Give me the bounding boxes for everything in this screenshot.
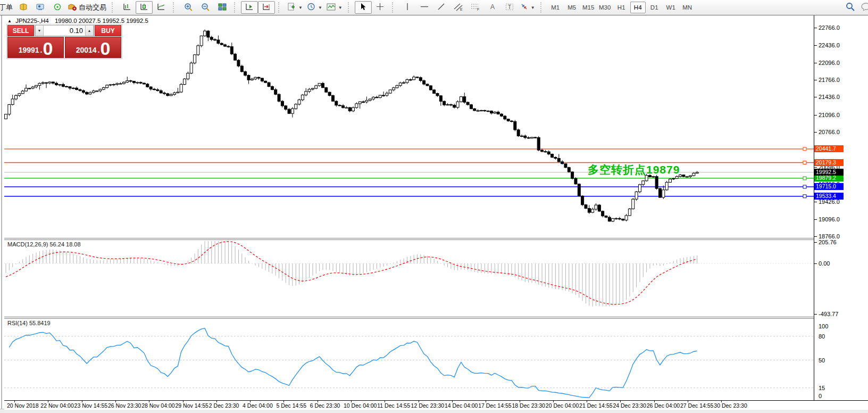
line-handle[interactable]	[803, 147, 806, 151]
sell-button[interactable]: SELL	[7, 25, 34, 36]
bull-candle	[355, 104, 358, 108]
timeframe-button-h4[interactable]: H4	[630, 2, 646, 13]
new-order-button[interactable]: 丁单	[0, 1, 15, 14]
bear-candle	[537, 137, 540, 150]
bull-candle	[126, 81, 129, 82]
bull-candle	[689, 176, 692, 177]
toolbar-separator	[278, 2, 283, 13]
community-button[interactable]	[49, 1, 66, 14]
timeframe-button-w1[interactable]: W1	[663, 2, 679, 13]
bear-candle	[82, 90, 85, 92]
bear-candle	[247, 75, 250, 80]
fibonacci-tool-button[interactable]: F	[467, 1, 484, 14]
zoom-out-button[interactable]	[197, 1, 214, 14]
periods-button[interactable]: ▼	[305, 1, 324, 14]
axis-tick	[814, 236, 817, 237]
bear-candle	[473, 109, 476, 111]
search-icon[interactable]	[846, 2, 855, 13]
bear-candle	[325, 88, 328, 92]
time-axis[interactable]: 20 Nov 201822 Nov 04:0023 Nov 14:5526 No…	[4, 400, 868, 410]
line-handle[interactable]	[803, 195, 806, 198]
chart-shift-button[interactable]	[258, 1, 275, 14]
price-axis[interactable]: 22766.022436.022096.021766.021436.021096…	[814, 15, 868, 400]
tile-windows-button[interactable]	[214, 1, 231, 14]
timeframe-button-mn[interactable]: MN	[680, 2, 695, 13]
panel-resize-sash[interactable]	[4, 317, 814, 319]
vertical-line-tool-button[interactable]	[399, 1, 416, 14]
arrows-tool-button[interactable]: ▼	[518, 1, 537, 14]
text-label-tool-button[interactable]: T	[501, 1, 518, 14]
terminal-button[interactable]	[32, 1, 49, 14]
panel-resize-sash[interactable]	[4, 238, 814, 240]
templates-button[interactable]: ▼	[324, 1, 345, 14]
bull-candle	[460, 97, 462, 102]
timeframe-button-h1[interactable]: H1	[614, 2, 629, 13]
timeframe-button-m15[interactable]: M15	[581, 2, 596, 13]
time-label: 21 Dec 14:55	[579, 402, 612, 409]
channel-letter: E	[460, 7, 463, 11]
volume-input[interactable]: 0.10	[44, 26, 85, 36]
bear-candle	[581, 196, 584, 205]
horizontal-level-line-20179.3[interactable]	[4, 161, 814, 164]
timeframe-button-m30[interactable]: M30	[597, 2, 613, 13]
symbol-period-label: JPN225-,H4	[15, 18, 49, 24]
volume-box: ▼ 0.10 ▲	[35, 25, 94, 36]
buy-price-display[interactable]: 20014.0	[65, 37, 121, 58]
auto-scroll-button[interactable]	[241, 1, 258, 14]
cursor-tool-button[interactable]	[355, 1, 372, 14]
time-label: 27 Dec 14:55	[680, 402, 713, 409]
bar-chart-mode-button[interactable]	[119, 1, 136, 14]
bull-candle	[446, 104, 449, 105]
line-handle[interactable]	[803, 177, 806, 180]
line-handle[interactable]	[803, 185, 806, 188]
indicators-button[interactable]: ▼	[285, 1, 305, 14]
bull-candle	[456, 102, 459, 108]
chat-icon[interactable]	[861, 2, 868, 13]
chart-annotation-text[interactable]: 多空转折点19879	[588, 162, 680, 177]
bull-candle	[112, 85, 115, 85]
volume-decrease-button[interactable]: ▼	[35, 26, 44, 36]
collapse-triangle-icon[interactable]: ▲	[7, 19, 12, 23]
line-handle[interactable]	[803, 161, 806, 164]
axis-tick	[814, 167, 817, 168]
axis-tick	[814, 242, 817, 243]
horizontal-level-line-19533.4[interactable]	[4, 195, 814, 198]
candlestick-mode-button[interactable]	[136, 1, 153, 14]
timeframe-button-m5[interactable]: M5	[564, 2, 580, 13]
market-watch-button[interactable]	[15, 1, 32, 14]
trendline-tool-button[interactable]	[433, 1, 450, 14]
bear-candle	[409, 80, 412, 80]
horizontal-level-line-20441.7[interactable]	[4, 147, 814, 151]
timeframe-button-d1[interactable]: D1	[647, 2, 662, 13]
time-label: 30 Dec 23:30	[714, 402, 747, 409]
crosshair-tool-button[interactable]	[372, 1, 389, 14]
bull-candle	[106, 85, 108, 88]
autotrading-button[interactable]: 自动交易	[66, 1, 108, 14]
bull-candle	[21, 91, 24, 94]
bull-candle	[389, 90, 391, 93]
bull-candle	[477, 111, 479, 111]
price-tick-label: 22436.0	[819, 42, 840, 48]
time-label: 18 Dec 23:30	[512, 402, 545, 409]
volume-increase-button[interactable]: ▲	[85, 26, 94, 36]
bear-candle	[149, 87, 152, 89]
bull-candle	[187, 73, 189, 79]
timeframe-button-m1[interactable]: M1	[548, 2, 563, 13]
line-chart-mode-button[interactable]	[153, 1, 170, 14]
bull-candle	[194, 55, 196, 63]
zoom-in-button[interactable]	[180, 1, 197, 14]
channel-tool-button[interactable]: E	[450, 1, 467, 14]
bear-candle	[335, 101, 338, 105]
horizontal-level-line-19715.0[interactable]	[4, 185, 814, 188]
bear-candle	[79, 89, 81, 90]
horizontal-level-line-19879.2[interactable]	[4, 177, 814, 180]
bull-candle	[102, 88, 105, 89]
sell-price-display[interactable]: 19991.0	[7, 37, 64, 58]
text-tool-button[interactable]: A	[484, 1, 501, 14]
time-label: 28 Nov 04:00	[141, 402, 174, 409]
buy-button[interactable]: BUY	[95, 25, 121, 36]
bear-candle	[338, 105, 341, 106]
chart-plot-area[interactable]: ▲ JPN225-,H4 19980.0 20027.5 19952.5 199…	[4, 15, 814, 400]
horizontal-line-tool-button[interactable]	[416, 1, 433, 14]
bear-candle	[423, 80, 425, 84]
